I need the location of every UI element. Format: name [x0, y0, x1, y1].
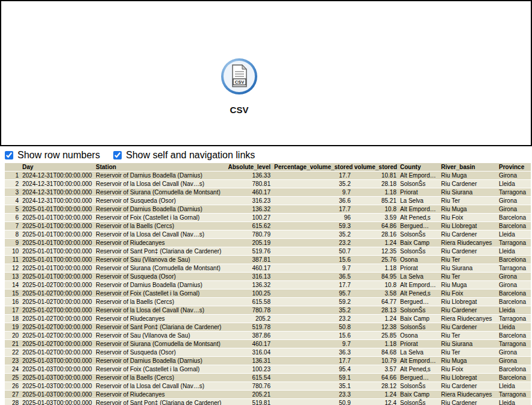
- table-cell: 519.78: [225, 323, 272, 332]
- table-cell: Lleida: [497, 323, 531, 332]
- table-cell: Girona: [497, 357, 531, 365]
- csv-file-item[interactable]: CSV CSV: [218, 57, 260, 115]
- column-header: County: [398, 163, 439, 172]
- table-cell: 15.6: [272, 332, 352, 340]
- table-cell: Reservoir of la Baells (Cercs): [94, 222, 225, 230]
- table-cell: Reservoir of Darnius Boadella (Darnius): [94, 281, 225, 289]
- table-cell: 2024-12-31T00:00:00.000: [20, 197, 94, 205]
- table-row: 272025-01-03T00:00:00.000Reservoir of Ri…: [5, 391, 531, 399]
- table-cell: 316.04: [225, 348, 272, 357]
- table-cell: 136.32: [225, 281, 272, 289]
- row-number-cell: 28: [5, 399, 20, 405]
- table-cell: SolsonŠs: [398, 230, 439, 239]
- table-cell: Reservoir of la Llosa del Cavall (Nav…s): [94, 230, 225, 239]
- table-row: 42024-12-31T00:00:00.000Reservoir of Sus…: [5, 197, 531, 205]
- table-cell: Tarragona: [497, 315, 531, 323]
- table-cell: Reservoir of Riudecanyes: [94, 391, 225, 399]
- show-links-option[interactable]: Show self and navigation links: [113, 150, 255, 161]
- table-cell: 23.2: [272, 239, 352, 247]
- show-row-numbers-option[interactable]: Show row numbers: [5, 150, 100, 161]
- table-cell: Alt Empord…: [398, 172, 439, 180]
- table-cell: Reservoir of Darnius Boadella (Darnius): [94, 205, 225, 214]
- table-cell: 2025-01-01T00:00:00.000: [20, 264, 94, 273]
- table-row: 232025-01-03T00:00:00.000Reservoir of Da…: [5, 357, 531, 365]
- table-row: 202025-01-02T00:00:00.000Reservoir of Sa…: [5, 332, 531, 340]
- table-cell: 100.23: [225, 365, 272, 374]
- table-cell: 36.3: [272, 348, 352, 357]
- table-cell: Riera Riudecanyes: [439, 239, 497, 247]
- table-cell: 205.19: [225, 239, 272, 247]
- table-cell: 519.81: [225, 399, 272, 405]
- table-cell: 59.1: [272, 374, 352, 382]
- table-row: 112025-01-01T00:00:00.000Reservoir of Sa…: [5, 256, 531, 264]
- table-cell: 50.7: [272, 247, 352, 256]
- table-row: 132025-01-01T00:00:00.000Reservoir of Su…: [5, 273, 531, 281]
- table-cell: 64.77: [352, 298, 398, 306]
- show-row-numbers-checkbox[interactable]: [5, 151, 13, 159]
- table-cell: 2025-01-01T00:00:00.000: [20, 230, 94, 239]
- table-cell: Reservoir of Sau (Vilanova de Sau): [94, 256, 225, 264]
- table-row: 72025-01-01T00:00:00.000Reservoir of la …: [5, 222, 531, 230]
- table-cell: Reservoir of Sant Pon‡ (Clariana de Card…: [94, 323, 225, 332]
- row-number-cell: 7: [5, 222, 20, 230]
- file-name-label: CSV: [218, 105, 260, 115]
- table-cell: 2025-01-03T00:00:00.000: [20, 399, 94, 405]
- table-cell: Reservoir of Darnius Boadella (Darnius): [94, 357, 225, 365]
- table-cell: 59.3: [272, 222, 352, 230]
- table-row: 182025-01-02T00:00:00.000Reservoir of Ri…: [5, 315, 531, 323]
- table-row: 12024-12-31T00:00:00.000Reservoir of Dar…: [5, 172, 531, 180]
- table-cell: 3.57: [352, 365, 398, 374]
- show-links-checkbox[interactable]: [113, 151, 122, 159]
- table-row: 162025-01-02T00:00:00.000Reservoir of la…: [5, 298, 531, 306]
- table-cell: Reservoir of Darnius Boadella (Darnius): [94, 172, 225, 180]
- table-cell: Lleida: [497, 382, 531, 391]
- table-cell: Riu Muga: [439, 172, 497, 180]
- row-number-cell: 8: [5, 230, 20, 239]
- table-cell: 35.2: [272, 306, 352, 315]
- row-number-cell: 21: [5, 340, 20, 348]
- table-cell: Barcelona: [497, 298, 531, 306]
- row-number-cell: 26: [5, 382, 20, 391]
- table-cell: SolsonŠs: [398, 399, 439, 405]
- table-cell: Riu Ter: [439, 197, 497, 205]
- row-number-cell: 5: [5, 205, 20, 214]
- table-cell: 23.2: [272, 315, 352, 323]
- table-row: 32024-12-31T00:00:00.000Reservoir of Siu…: [5, 188, 531, 197]
- table-cell: Reservoir of Foix (Castellet i la Gornal…: [94, 214, 225, 222]
- table-cell: 615.62: [225, 222, 272, 230]
- table-cell: 2025-01-02T00:00:00.000: [20, 289, 94, 298]
- table-cell: Lleida: [497, 306, 531, 315]
- table-cell: 2025-01-02T00:00:00.000: [20, 323, 94, 332]
- table-cell: Alt Pened‚s: [398, 289, 439, 298]
- table-cell: Baix Camp: [398, 315, 439, 323]
- table-cell: 1.24: [352, 391, 398, 399]
- table-row: 212025-01-02T00:00:00.000Reservoir of Si…: [5, 340, 531, 348]
- table-row: 252025-01-03T00:00:00.000Reservoir of la…: [5, 374, 531, 382]
- table-cell: 84.68: [352, 348, 398, 357]
- table-cell: 10.79: [352, 357, 398, 365]
- table-cell: 2025-01-03T00:00:00.000: [20, 374, 94, 382]
- svg-text:CSV: CSV: [235, 79, 244, 85]
- table-cell: Riu Siurana: [439, 264, 497, 273]
- table-cell: 2025-01-03T00:00:00.000: [20, 357, 94, 365]
- table-cell: 1.18: [352, 264, 398, 273]
- table-row: 102025-01-01T00:00:00.000Reservoir of Sa…: [5, 247, 531, 256]
- table-cell: Reservoir of la Llosa del Cavall (Nav…s): [94, 306, 225, 315]
- column-header: Day: [20, 163, 94, 172]
- table-cell: 25.76: [352, 256, 398, 264]
- table-cell: Barcelona: [497, 365, 531, 374]
- table-cell: Reservoir of Susqueda (Osor): [94, 197, 225, 205]
- table-cell: 316.13: [225, 273, 272, 281]
- column-header: River_basin: [439, 163, 497, 172]
- table-cell: 36.5: [272, 273, 352, 281]
- csv-file-icon[interactable]: CSV: [219, 88, 259, 98]
- table-cell: 28.13: [352, 306, 398, 315]
- table-row: 172025-01-02T00:00:00.000Reservoir of la…: [5, 306, 531, 315]
- table-cell: 36.6: [272, 197, 352, 205]
- table-cell: 2025-01-01T00:00:00.000: [20, 239, 94, 247]
- table-cell: 9.7: [272, 188, 352, 197]
- table-cell: 2025-01-01T00:00:00.000: [20, 256, 94, 264]
- table-cell: SolsonŠs: [398, 323, 439, 332]
- table-row: 142025-01-02T00:00:00.000Reservoir of Da…: [5, 281, 531, 289]
- table-cell: 15.6: [272, 256, 352, 264]
